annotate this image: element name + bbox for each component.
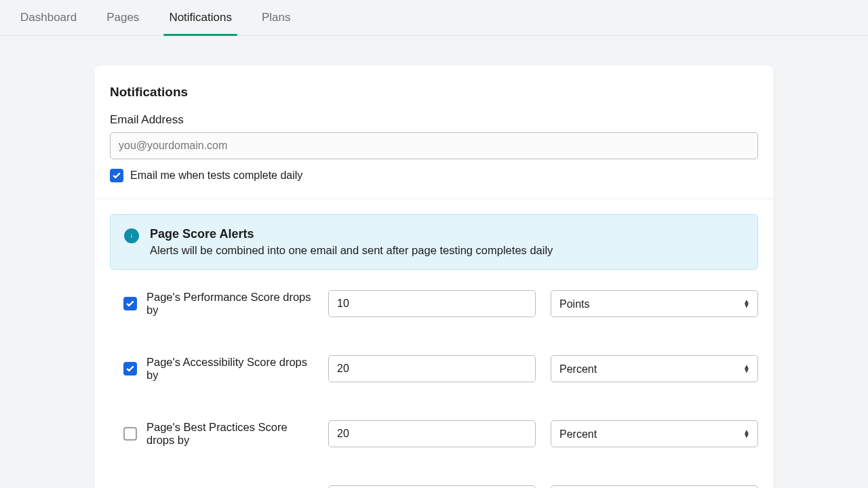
daily-email-row: Email me when tests complete daily [110, 169, 758, 182]
alert-unit-cell: PointsPercent▲▼ [551, 485, 758, 488]
email-section: Notifications Email Address Email me whe… [95, 66, 773, 199]
alert-unit-cell: PointsPercent▲▼ [551, 420, 758, 447]
info-icon [124, 228, 139, 243]
alert-unit-cell: PointsPercent▲▼ [551, 355, 758, 382]
alert-label-cell: Page's Best Practices Score drops by [110, 421, 313, 447]
alert-label-cell: Page's Accessibility Score drops by [110, 356, 313, 382]
alert-unit-select[interactable]: PointsPercent [551, 485, 758, 488]
tab-plans[interactable]: Plans [260, 0, 292, 35]
alert-value-input[interactable] [328, 420, 536, 447]
email-label: Email Address [110, 113, 758, 127]
alert-value-cell [328, 420, 536, 447]
alert-value-input[interactable] [328, 355, 536, 382]
alert-value-input[interactable] [328, 290, 536, 317]
tab-dashboard[interactable]: Dashboard [19, 0, 78, 35]
alert-unit-select[interactable]: PointsPercent [551, 420, 758, 447]
alert-unit-cell: PointsPercent▲▼ [551, 290, 758, 317]
alert-checkbox[interactable] [123, 297, 137, 310]
banner-title: Page Score Alerts [150, 227, 553, 241]
tab-notifications[interactable]: Notifications [167, 0, 233, 35]
check-icon [125, 364, 135, 373]
divider [95, 199, 773, 199]
email-input[interactable] [110, 132, 758, 159]
check-icon [125, 299, 135, 308]
daily-email-checkbox[interactable] [110, 169, 123, 182]
section-heading: Notifications [110, 85, 758, 100]
alert-row: Page's Accessibility Score drops byPoint… [110, 355, 758, 382]
alert-label-cell: Page's Performance Score drops by [110, 291, 313, 317]
alert-row: Page's Performance Score drops byPointsP… [110, 290, 758, 317]
alert-value-input[interactable] [328, 485, 536, 488]
alert-value-cell [328, 485, 536, 488]
check-icon [112, 171, 121, 180]
alert-checkbox[interactable] [123, 362, 137, 375]
alert-value-cell [328, 355, 536, 382]
alert-unit-select[interactable]: PointsPercent [551, 290, 758, 317]
top-tabs: DashboardPagesNotificationsPlans [0, 0, 868, 36]
alert-unit-select[interactable]: PointsPercent [551, 355, 758, 382]
page-score-alerts-banner: Page Score Alerts Alerts will be combine… [110, 214, 758, 270]
daily-email-label: Email me when tests complete daily [130, 169, 302, 182]
alert-row: Page's Best Practices Score drops byPoin… [110, 420, 758, 447]
alert-row: Page's SEO Score drops byPointsPercent▲▼ [110, 485, 758, 488]
alert-rows: Page's Performance Score drops byPointsP… [95, 270, 773, 488]
alert-value-cell [328, 290, 536, 317]
alert-checkbox[interactable] [123, 427, 137, 441]
tab-pages[interactable]: Pages [105, 0, 140, 35]
alert-label: Page's Best Practices Score drops by [146, 421, 313, 447]
alert-label: Page's Performance Score drops by [146, 291, 313, 317]
notifications-card: Notifications Email Address Email me whe… [95, 66, 773, 488]
alert-label: Page's Accessibility Score drops by [146, 356, 313, 382]
banner-subtitle: Alerts will be combined into one email a… [150, 244, 553, 257]
